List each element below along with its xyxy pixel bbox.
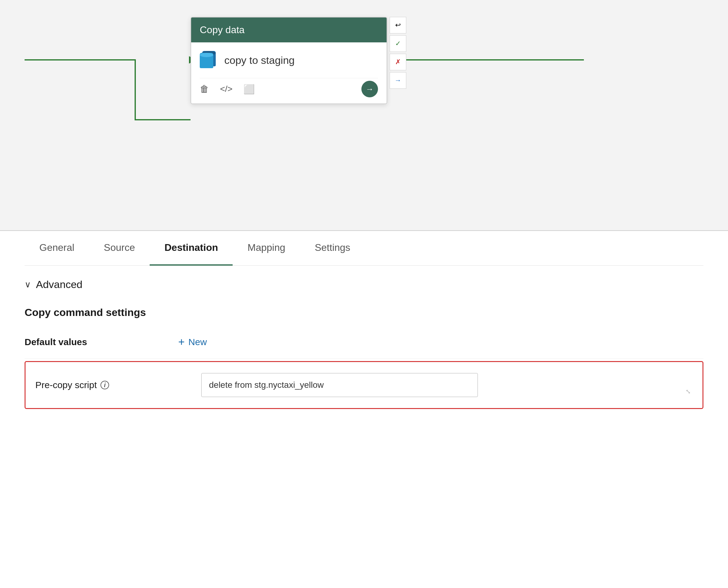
card-header: Copy data <box>191 18 387 42</box>
card-title: Copy data <box>200 24 245 35</box>
activity-name: copy to staging <box>224 54 295 66</box>
undo-button[interactable]: ↩ <box>390 17 406 34</box>
tab-source[interactable]: Source <box>89 231 150 266</box>
tab-settings[interactable]: Settings <box>300 231 365 266</box>
advanced-section: ∨ Advanced <box>25 266 703 297</box>
pre-copy-script-input[interactable] <box>201 373 478 397</box>
pre-copy-script-label: Pre-copy script i <box>35 380 189 390</box>
advanced-toggle[interactable]: ∨ Advanced <box>25 278 703 291</box>
go-button[interactable]: → <box>361 81 378 97</box>
tab-general[interactable]: General <box>25 231 89 266</box>
info-icon[interactable]: i <box>100 381 109 389</box>
default-values-row: Default values + New <box>25 326 703 359</box>
tab-bar: General Source Destination Mapping Setti… <box>25 231 703 266</box>
canvas-area: Copy data copy to staging 🗑 </> ⬜ → <box>0 0 728 233</box>
copy-data-card: Copy data copy to staging 🗑 </> ⬜ → <box>190 17 387 104</box>
code-icon[interactable]: </> <box>220 84 232 94</box>
resize-icon: ⤡ <box>686 388 691 395</box>
copy-icon[interactable]: ⬜ <box>243 84 255 94</box>
new-button[interactable]: + New <box>178 336 207 349</box>
close-button[interactable]: ✗ <box>390 54 406 70</box>
tab-mapping[interactable]: Mapping <box>232 231 300 266</box>
tab-destination[interactable]: Destination <box>150 231 232 266</box>
chevron-down-icon: ∨ <box>25 279 31 290</box>
activity-row: copy to staging <box>200 51 378 69</box>
copy-command-heading: Copy command settings <box>25 297 703 326</box>
new-button-label: New <box>188 337 207 347</box>
navigate-button[interactable]: → <box>390 72 406 89</box>
pre-copy-script-row: Pre-copy script i ⤡ <box>25 361 703 409</box>
default-values-label: Default values <box>25 337 178 347</box>
side-buttons: ↩ ✓ ✗ → <box>390 17 406 89</box>
check-button[interactable]: ✓ <box>390 35 406 52</box>
plus-icon: + <box>178 336 185 349</box>
bottom-panel: General Source Destination Mapping Setti… <box>0 231 728 588</box>
database-icon <box>200 51 217 69</box>
card-body: copy to staging 🗑 </> ⬜ → <box>191 42 387 103</box>
card-actions: 🗑 </> ⬜ → <box>200 78 378 97</box>
advanced-label: Advanced <box>36 278 82 291</box>
delete-icon[interactable]: 🗑 <box>200 84 209 94</box>
arrow-icon: → <box>366 84 374 94</box>
pre-copy-input-wrapper: ⤡ <box>201 373 693 397</box>
